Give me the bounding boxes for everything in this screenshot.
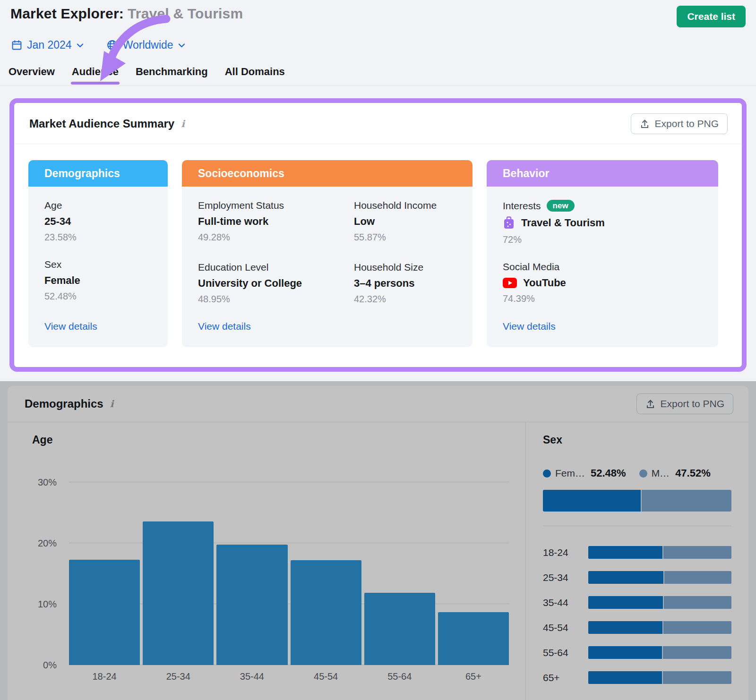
export-to-png-button[interactable]: Export to PNG [631, 113, 728, 134]
calendar-icon [11, 40, 22, 51]
stat-value: Travel & Tourism [521, 217, 605, 229]
age-x-tick-label: 55-64 [364, 671, 435, 682]
tab-audience[interactable]: Audience [71, 66, 120, 85]
sex-row-65+: 65+ [543, 671, 731, 684]
sex-row-male-segment [663, 621, 731, 634]
tab-overview[interactable]: Overview [8, 66, 56, 85]
tab-all-domains[interactable]: All Domains [224, 66, 286, 85]
sex-row-label: 18-24 [543, 547, 588, 558]
create-list-button[interactable]: Create list [677, 6, 746, 27]
age-bar-45-54 [291, 560, 361, 665]
summary-title: Market Audience Summary [29, 117, 174, 130]
new-badge: new [547, 200, 575, 212]
demographics-section: Demographics Export to PNG Age 0%10%20%3… [0, 381, 756, 700]
tabs-divider [0, 85, 756, 86]
sex-row-label: 25-34 [543, 572, 588, 583]
info-icon[interactable] [181, 118, 185, 129]
sex-row-male-segment [663, 646, 731, 659]
stat-label: Employment Status [198, 200, 284, 211]
age-x-tick-label: 65+ [438, 671, 509, 682]
stat-percent: 42.32% [354, 294, 456, 305]
info-icon[interactable] [110, 398, 114, 410]
stat-percent: 49.28% [198, 232, 340, 243]
summary-card-demographics: Demographics Age 25-34 23.58% Sex Female… [28, 160, 168, 347]
sex-total-female-segment [543, 490, 642, 512]
sex-panel-title: Sex [543, 434, 731, 446]
stat-percent: 48.95% [198, 294, 340, 305]
sex-total-male-segment [642, 490, 731, 512]
card-header-demographics: Demographics [28, 160, 168, 187]
age-y-tick-label: 10% [38, 599, 57, 610]
stat-employment-status: Employment Status Full-time work 49.28% [198, 200, 340, 243]
filters-row: Jan 2024 Worldwide [0, 39, 756, 51]
sex-row-35-44: 35-44 [543, 596, 731, 609]
stat-age: Age 25-34 23.58% [44, 200, 152, 243]
youtube-icon [503, 278, 517, 288]
sex-row-25-34: 25-34 [543, 571, 731, 584]
stat-interests: Interests new Travel & Tourism 72% [503, 200, 702, 245]
sex-row-female-segment [588, 621, 663, 634]
view-details-link[interactable]: View details [198, 321, 456, 332]
sex-row-female-segment [588, 596, 664, 609]
sex-row-18-24: 18-24 [543, 546, 731, 559]
page: Market Explorer:Travel & Tourism Create … [0, 0, 756, 700]
sex-row-bar [588, 546, 731, 559]
date-filter-label: Jan 2024 [27, 39, 72, 51]
upload-icon [645, 399, 655, 409]
sex-total-bar [543, 490, 731, 512]
age-chart: 0%10%20%30% 18-2425-3435-4445-5455-6465+ [69, 482, 509, 682]
region-filter-label: Worldwide [123, 39, 173, 51]
stat-social-media: Social Media YouTube 74.39% [503, 261, 702, 304]
market-audience-summary-panel: Market Audience Summary Export to PNG De… [9, 98, 747, 372]
summary-cards: Demographics Age 25-34 23.58% Sex Female… [14, 144, 742, 367]
sex-row-label: 45-54 [543, 622, 588, 633]
stat-label: Social Media [503, 261, 559, 273]
stat-value: Low [354, 215, 456, 228]
stat-value: 3–4 persons [354, 277, 456, 290]
page-title: Market Explorer:Travel & Tourism [10, 6, 243, 22]
stat-value: Female [44, 274, 152, 287]
sex-row-bar [588, 671, 731, 684]
stat-percent: 23.58% [44, 232, 152, 243]
stat-label: Household Income [354, 200, 437, 211]
stat-value: 25-34 [44, 215, 152, 228]
age-y-tick-label: 0% [43, 660, 57, 671]
region-filter-dropdown[interactable]: Worldwide [106, 39, 185, 51]
stat-percent: 55.87% [354, 232, 456, 243]
view-details-link[interactable]: View details [44, 321, 152, 332]
stat-value: Full-time work [198, 215, 340, 228]
sex-row-female-segment [588, 546, 663, 559]
tabs: Overview Audience Benchmarking All Domai… [0, 66, 756, 85]
stat-label: Interests [503, 200, 541, 212]
age-x-tick-label: 45-54 [291, 671, 361, 682]
date-filter-dropdown[interactable]: Jan 2024 [11, 39, 84, 51]
female-legend-label: Fem… [555, 468, 585, 479]
summary-panel-header: Market Audience Summary Export to PNG [14, 103, 742, 144]
card-header-behavior: Behavior [487, 160, 718, 187]
suitcase-icon [503, 216, 515, 230]
sex-legend: Fem… 52.48% M… 47.52% [543, 467, 731, 479]
stat-percent: 52.48% [44, 291, 152, 302]
upload-icon [640, 119, 650, 129]
age-y-tick-label: 30% [38, 477, 57, 488]
stat-value: University or College [198, 277, 340, 290]
demographics-body: Age 0%10%20%30% 18-2425-3435-4445-5455-6… [8, 422, 748, 700]
chevron-down-icon [178, 43, 185, 48]
sex-row-male-segment [664, 596, 731, 609]
sex-row-female-segment [588, 571, 664, 584]
male-legend-dot-icon [639, 470, 647, 478]
export-to-png-button[interactable]: Export to PNG [636, 393, 733, 414]
sex-row-label: 35-44 [543, 597, 588, 608]
legend-male: M… 47.52% [639, 467, 711, 479]
age-chart-panel: Age 0%10%20%30% 18-2425-3435-4445-5455-6… [8, 422, 525, 700]
stat-label: Age [44, 200, 62, 211]
view-details-link[interactable]: View details [503, 321, 702, 332]
tab-benchmarking[interactable]: Benchmarking [135, 66, 209, 85]
male-legend-label: M… [652, 468, 670, 479]
stat-household-income: Household Income Low 55.87% [354, 200, 456, 243]
age-plot: 0%10%20%30% [69, 482, 509, 665]
title-row: Market Explorer:Travel & Tourism Create … [0, 6, 756, 27]
age-bar-18-24 [69, 560, 140, 665]
sex-row-label: 65+ [543, 672, 588, 683]
stat-percent: 74.39% [503, 293, 702, 304]
